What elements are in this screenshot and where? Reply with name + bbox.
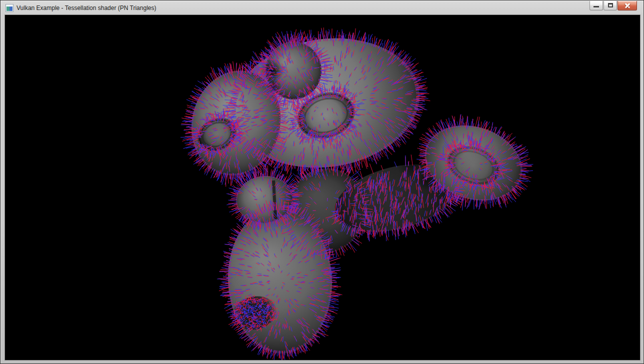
maximize-button[interactable] bbox=[604, 1, 617, 10]
application-window: Vulkan Example - Tessellation shader (PN… bbox=[0, 0, 644, 364]
minimize-icon bbox=[594, 6, 599, 8]
titlebar[interactable]: Vulkan Example - Tessellation shader (PN… bbox=[1, 0, 643, 14]
app-icon[interactable] bbox=[6, 4, 14, 12]
minimize-button[interactable] bbox=[590, 1, 603, 10]
maximize-icon bbox=[608, 3, 613, 8]
render-client-area bbox=[4, 14, 640, 360]
window-controls bbox=[590, 1, 637, 10]
close-icon bbox=[624, 2, 630, 8]
viewport-canvas[interactable] bbox=[5, 15, 640, 360]
close-button[interactable] bbox=[618, 1, 637, 10]
window-title: Vulkan Example - Tessellation shader (PN… bbox=[16, 4, 156, 12]
